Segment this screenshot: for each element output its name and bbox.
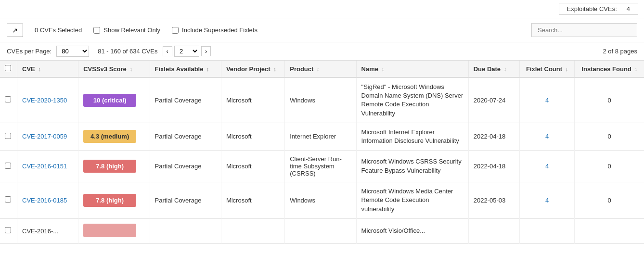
pagination-bar: CVEs per Page: 80 40 160 81 - 160 of 634… xyxy=(0,42,644,61)
page-nav: ‹ 2 1 3 › xyxy=(163,46,211,57)
due-date-sort-icon[interactable]: ↕ xyxy=(504,66,507,72)
top-bar: Exploitable CVEs: 4 xyxy=(0,0,644,18)
vendor-cell: Microsoft xyxy=(221,182,284,219)
fixlet-count-cell xyxy=(519,218,575,243)
cve-id-cell: CVE-2016-0151 xyxy=(17,151,78,182)
cve-id-link[interactable]: CVE-2020-1350 xyxy=(22,97,67,104)
include-superseded-checkbox-group[interactable]: Include Superseded Fixlets xyxy=(172,26,258,34)
cve-id-link[interactable]: CVE-2016-0151 xyxy=(22,163,67,170)
cve-id-link[interactable]: CVE-2016-0185 xyxy=(22,197,67,204)
fixlets-sort-icon[interactable]: ↕ xyxy=(206,66,209,72)
instances-found-cell: 0 xyxy=(575,182,644,219)
due-date-cell: 2022-04-18 xyxy=(468,151,519,182)
score-sort-icon[interactable]: ↕ xyxy=(129,66,132,72)
export-icon: ↗ xyxy=(12,26,18,34)
show-relevant-label: Show Relevant Only xyxy=(103,26,160,34)
name-cell: "SigRed" - Microsoft Windows Domain Name… xyxy=(356,77,468,123)
show-relevant-checkbox-group[interactable]: Show Relevant Only xyxy=(93,26,160,34)
table-row: CVE-2016-01517.8 (high)Partial CoverageM… xyxy=(0,151,644,182)
next-page-button[interactable]: › xyxy=(201,46,211,56)
score-badge: 7.8 (high) xyxy=(83,194,136,207)
table-row: CVE-2016-01857.8 (high)Partial CoverageM… xyxy=(0,182,644,219)
score-cell xyxy=(78,218,150,243)
cve-id-link[interactable]: CVE-2017-0059 xyxy=(22,133,67,140)
fixlet-count-cell: 4 xyxy=(519,77,575,123)
header-fixlets[interactable]: Fixlets Available ↕ xyxy=(150,61,221,77)
name-cell: Microsoft Windows CSRSS Security Feature… xyxy=(356,151,468,182)
product-cell: Client-Server Run-time Subsystem (CSRSS) xyxy=(285,151,356,182)
fixlet-count-cell: 4 xyxy=(519,123,575,150)
select-all-checkbox[interactable] xyxy=(5,65,11,71)
table-row: CVE-2017-00594.3 (medium)Partial Coverag… xyxy=(0,123,644,150)
instances-found-cell: 0 xyxy=(575,151,644,182)
row-checkbox-cell xyxy=(0,151,17,182)
show-relevant-checkbox[interactable] xyxy=(93,27,100,34)
page-range: 81 - 160 of 634 CVEs xyxy=(98,48,157,55)
name-sort-icon[interactable]: ↕ xyxy=(382,66,385,72)
page-num-select[interactable]: 2 1 3 xyxy=(174,46,199,57)
fixlets-cell xyxy=(150,218,221,243)
cves-selected: 0 CVEs Selected xyxy=(35,26,82,34)
score-badge: 7.8 (high) xyxy=(83,160,136,173)
due-date-cell: 2020-07-24 xyxy=(468,77,519,123)
include-superseded-label: Include Superseded Fixlets xyxy=(182,26,258,34)
product-cell: Windows xyxy=(285,77,356,123)
fixlets-cell: Partial Coverage xyxy=(150,77,221,123)
exploitable-box: Exploitable CVEs: 4 xyxy=(559,3,638,15)
cve-id-cell: CVE-2016-0185 xyxy=(17,182,78,219)
product-cell xyxy=(285,218,356,243)
cve-table: CVE ↕ CVSSv3 Score ↕ Fixlets Available ↕… xyxy=(0,61,644,244)
row-checkbox-cell xyxy=(0,123,17,150)
name-cell: Microsoft Internet Explorer Information … xyxy=(356,123,468,150)
cve-sort-icon[interactable]: ↕ xyxy=(38,66,41,72)
name-cell: Microsoft Windows Media Center Remote Co… xyxy=(356,182,468,219)
product-sort-icon[interactable]: ↕ xyxy=(317,66,320,72)
instances-sort-icon[interactable]: ↕ xyxy=(634,66,637,72)
header-name[interactable]: Name ↕ xyxy=(356,61,468,77)
per-page-select[interactable]: 80 40 160 xyxy=(56,46,89,57)
search-input[interactable] xyxy=(531,23,637,37)
vendor-sort-icon[interactable]: ↕ xyxy=(273,66,276,72)
row-checkbox-cell xyxy=(0,182,17,219)
cve-id-cell: CVE-2020-1350 xyxy=(17,77,78,123)
vendor-cell: Microsoft xyxy=(221,151,284,182)
toolbar: ↗ 0 CVEs Selected Show Relevant Only Inc… xyxy=(0,18,644,42)
vendor-cell: Microsoft xyxy=(221,123,284,150)
fixlet-count-sort-icon[interactable]: ↓ xyxy=(566,66,568,72)
per-page-label: CVEs per Page: xyxy=(7,48,52,55)
row-checkbox[interactable] xyxy=(5,196,11,203)
score-badge: 4.3 (medium) xyxy=(83,130,136,143)
header-vendor[interactable]: Vendor Project ↕ xyxy=(221,61,284,77)
row-checkbox[interactable] xyxy=(5,163,11,169)
prev-page-button[interactable]: ‹ xyxy=(163,46,172,56)
fixlet-count-cell: 4 xyxy=(519,182,575,219)
score-badge: 10 (critical) xyxy=(83,94,136,107)
header-product[interactable]: Product ↕ xyxy=(285,61,356,77)
table-row: CVE-2016-...Microsoft Visio/Office... xyxy=(0,218,644,243)
name-cell: Microsoft Visio/Office... xyxy=(356,218,468,243)
score-cell: 10 (critical) xyxy=(78,77,150,123)
instances-found-cell: 0 xyxy=(575,77,644,123)
header-instances-found[interactable]: Instances Found ↕ xyxy=(575,61,644,77)
row-checkbox[interactable] xyxy=(5,227,11,233)
row-checkbox[interactable] xyxy=(5,96,11,102)
score-cell: 7.8 (high) xyxy=(78,182,150,219)
row-checkbox[interactable] xyxy=(5,133,11,139)
product-cell: Internet Explorer xyxy=(285,123,356,150)
header-due-date[interactable]: Due Date ↕ xyxy=(468,61,519,77)
fixlets-cell: Partial Coverage xyxy=(150,123,221,150)
score-cell: 7.8 (high) xyxy=(78,151,150,182)
instances-found-cell xyxy=(575,218,644,243)
include-superseded-checkbox[interactable] xyxy=(172,27,179,34)
due-date-cell: 2022-05-03 xyxy=(468,182,519,219)
header-cve[interactable]: CVE ↕ xyxy=(17,61,78,77)
header-score[interactable]: CVSSv3 Score ↕ xyxy=(78,61,150,77)
exploitable-value: 4 xyxy=(627,5,630,13)
fixlet-count-cell: 4 xyxy=(519,151,575,182)
table-header-row: CVE ↕ CVSSv3 Score ↕ Fixlets Available ↕… xyxy=(0,61,644,77)
score-cell: 4.3 (medium) xyxy=(78,123,150,150)
score-badge xyxy=(83,224,136,237)
export-button[interactable]: ↗ xyxy=(7,24,23,37)
header-fixlet-count[interactable]: Fixlet Count ↓ xyxy=(519,61,575,77)
row-checkbox-cell xyxy=(0,77,17,123)
